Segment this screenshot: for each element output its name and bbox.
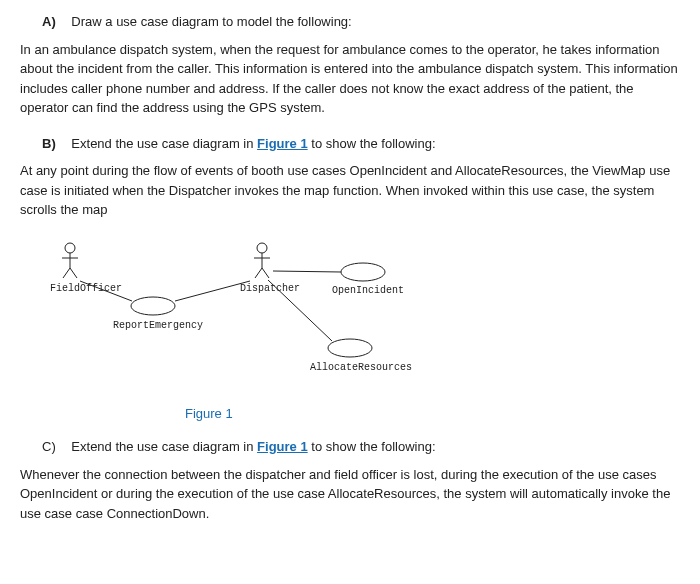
section-c-body: Whenever the connection between the disp… — [20, 465, 680, 524]
usecase-allocate-resources: AllocateResources — [310, 339, 412, 373]
section-b-body: At any point during the flow of events o… — [20, 161, 680, 220]
assoc-disp-oi — [273, 271, 341, 272]
section-b-letter: B) — [42, 136, 56, 151]
section-a-letter: A) — [42, 14, 56, 29]
section-b-title: B) Extend the use case diagram in Figure… — [20, 134, 680, 154]
svg-line-3 — [63, 268, 70, 278]
section-c-heading-post: to show the following: — [308, 439, 436, 454]
assoc-disp-re — [175, 281, 250, 301]
usecase-report-emergency: ReportEmergency — [113, 297, 203, 331]
svg-line-9 — [262, 268, 269, 278]
section-c-letter: C) — [42, 439, 56, 454]
svg-point-12 — [328, 339, 372, 357]
svg-line-8 — [255, 268, 262, 278]
svg-point-0 — [65, 243, 75, 253]
figure-1-diagram: FieldOfficer Dispatcher ReportEmergency … — [50, 236, 680, 396]
open-incident-label: OpenIncident — [332, 285, 404, 296]
report-emergency-label: ReportEmergency — [113, 320, 203, 331]
section-a-heading: Draw a use case diagram to model the fol… — [71, 14, 351, 29]
section-c-title: C) Extend the use case diagram in Figure… — [20, 437, 680, 457]
figure-1-link[interactable]: Figure 1 — [257, 136, 308, 151]
section-c-heading-pre: Extend the use case diagram in — [71, 439, 257, 454]
section-a-title: A) Draw a use case diagram to model the … — [20, 12, 680, 32]
actor-dispatcher: Dispatcher — [240, 243, 300, 294]
svg-line-4 — [70, 268, 77, 278]
actor-field-officer: FieldOfficer — [50, 243, 122, 294]
section-b-heading-pre: Extend the use case diagram in — [71, 136, 257, 151]
svg-point-11 — [341, 263, 385, 281]
figure-1-link-c[interactable]: Figure 1 — [257, 439, 308, 454]
use-case-diagram-svg: FieldOfficer Dispatcher ReportEmergency … — [50, 236, 510, 386]
usecase-open-incident: OpenIncident — [332, 263, 404, 296]
dispatcher-label: Dispatcher — [240, 283, 300, 294]
svg-point-10 — [131, 297, 175, 315]
allocate-resources-label: AllocateResources — [310, 362, 412, 373]
field-officer-label: FieldOfficer — [50, 283, 122, 294]
section-a-body: In an ambulance dispatch system, when th… — [20, 40, 680, 118]
figure-1-caption: Figure 1 — [185, 404, 680, 424]
section-b-heading-post: to show the following: — [308, 136, 436, 151]
svg-point-5 — [257, 243, 267, 253]
